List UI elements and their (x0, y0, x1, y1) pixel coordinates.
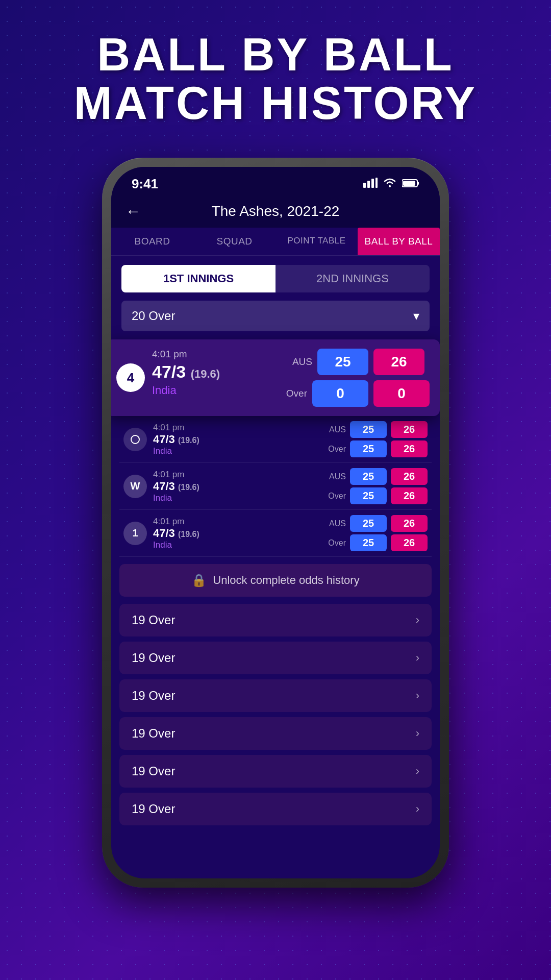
over-dropdown[interactable]: 20 Over ▾ (121, 301, 430, 331)
svg-point-8 (131, 435, 139, 444)
status-icons (363, 178, 419, 191)
tab-squad[interactable]: SQUAD (193, 228, 276, 255)
list-item[interactable]: 19 Over › (119, 604, 432, 636)
ball-odds: AUS 25 26 Over 25 26 (323, 515, 428, 551)
ball-one-icon: 1 (123, 522, 147, 545)
card-score: 47/3 (19.6) (152, 362, 273, 382)
list-item[interactable]: 19 Over › (119, 642, 432, 674)
ball-number-badge: 4 (116, 363, 145, 392)
chevron-right-icon: › (416, 802, 419, 816)
over-list: 19 Over › 19 Over › 19 Over › 19 Over › (111, 604, 440, 825)
tab-1st-innings[interactable]: 1ST INNINGS (121, 265, 276, 292)
svg-rect-7 (403, 181, 415, 186)
unlock-banner[interactable]: 🔒 Unlock complete odds history (119, 564, 432, 597)
phone-screen: 9:41 (111, 167, 440, 878)
svg-rect-2 (371, 179, 374, 188)
list-item[interactable]: 19 Over › (119, 717, 432, 750)
ball-odds: AUS 25 26 Over 25 26 (323, 421, 428, 457)
app-header: ← The Ashes, 2021-22 (111, 197, 440, 228)
aus-blue-odds[interactable]: 25 (317, 349, 368, 375)
unlock-text: Unlock complete odds history (213, 574, 359, 587)
phone-outer: 9:41 (102, 158, 449, 888)
list-item[interactable]: 19 Over › (119, 755, 432, 788)
over-dropdown-label: 20 Over (132, 309, 175, 323)
ball-odds: AUS 25 26 Over 25 26 (323, 468, 428, 504)
lock-icon: 🔒 (191, 573, 207, 587)
chevron-down-icon: ▾ (413, 309, 419, 323)
tab-ball-by-ball[interactable]: BALL BY BALL (358, 228, 440, 255)
tab-2nd-innings[interactable]: 2ND INNINGS (276, 265, 430, 292)
over-item-label: 19 Over (132, 802, 175, 816)
back-button[interactable]: ← (126, 203, 141, 220)
card-left-info: 4:01 pm 47/3 (19.6) India (152, 349, 273, 407)
ball-info: 4:01 pm 47/3 (19.6) India (153, 470, 317, 503)
ball-w-icon: W (123, 475, 147, 498)
list-item[interactable]: 19 Over › (119, 679, 432, 712)
table-row: 1 4:01 pm 47/3 (19.6) India AUS (119, 510, 432, 557)
list-item[interactable]: 19 Over › (119, 793, 432, 825)
svg-rect-6 (417, 182, 419, 185)
svg-rect-0 (363, 183, 366, 188)
svg-rect-1 (367, 181, 370, 188)
over-odds-row: Over 0 0 (281, 380, 430, 407)
innings-tabs: 1ST INNINGS 2ND INNINGS (121, 265, 430, 292)
tab-board[interactable]: BOARD (111, 228, 193, 255)
over-label: Over (281, 388, 307, 399)
aus-odds-row: AUS 25 26 (286, 349, 424, 375)
over-item-label: 19 Over (132, 689, 175, 703)
tab-point-table[interactable]: POINT TABLE (276, 228, 358, 255)
over-pink-odds[interactable]: 0 (373, 380, 430, 407)
chevron-right-icon: › (416, 651, 419, 665)
status-bar: 9:41 (111, 167, 440, 197)
hero-title-section: BALL BY BALL MATCH HISTORY (74, 31, 477, 127)
hero-title: BALL BY BALL MATCH HISTORY (74, 31, 477, 127)
over-item-label: 19 Over (132, 613, 175, 627)
page-root: BALL BY BALL MATCH HISTORY 9:41 (0, 0, 551, 980)
phone-wrapper: 9:41 (102, 158, 449, 888)
chevron-right-icon: › (416, 765, 419, 778)
ball-list: 4:01 pm 47/3 (19.6) India AUS 25 26 (111, 416, 440, 557)
chevron-right-icon: › (416, 689, 419, 702)
card-odds-section: AUS 25 26 Over 0 0 (281, 349, 430, 407)
battery-icon (402, 178, 419, 191)
aus-label: AUS (286, 356, 312, 368)
over-item-label: 19 Over (132, 726, 175, 741)
ball-info: 4:01 pm 47/3 (19.6) India (153, 517, 317, 550)
over-item-label: 19 Over (132, 651, 175, 665)
aus-pink-odds[interactable]: 26 (373, 349, 424, 375)
table-row: 4:01 pm 47/3 (19.6) India AUS 25 26 (119, 416, 432, 463)
expanded-ball-card: 4 4:01 pm 47/3 (19.6) India AUS 25 (111, 339, 440, 416)
svg-rect-3 (375, 178, 378, 188)
over-item-label: 19 Over (132, 764, 175, 778)
signal-icon (363, 178, 378, 191)
status-time: 9:41 (132, 176, 158, 192)
nav-tabs: BOARD SQUAD POINT TABLE BALL BY BALL (111, 228, 440, 256)
ball-dot-icon (123, 428, 147, 451)
wifi-icon (383, 178, 397, 191)
chevron-right-icon: › (416, 727, 419, 740)
chevron-right-icon: › (416, 614, 419, 627)
ball-info: 4:01 pm 47/3 (19.6) India (153, 423, 317, 456)
table-row: W 4:01 pm 47/3 (19.6) India AUS (119, 463, 432, 510)
header-title: The Ashes, 2021-22 (212, 203, 340, 219)
card-time: 4:01 pm (152, 349, 273, 360)
over-blue-odds[interactable]: 0 (312, 380, 368, 407)
svg-point-4 (389, 185, 391, 187)
card-team: India (152, 384, 273, 397)
